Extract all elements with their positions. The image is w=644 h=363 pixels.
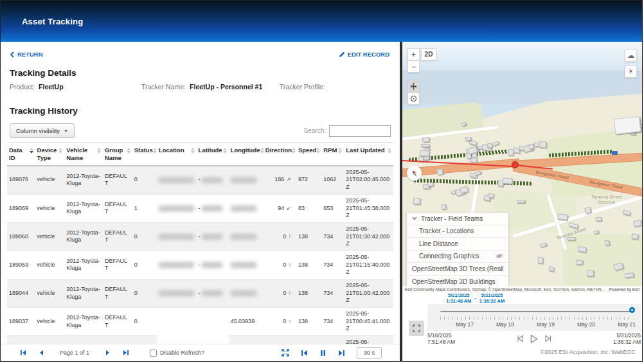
sort-icon	[292, 148, 296, 154]
sort-icon	[338, 148, 342, 154]
tracking-details-fields: Product: FleetUp Tracker Name: FleetUp -…	[1, 80, 400, 100]
map-building	[604, 240, 609, 246]
playback-pause-button[interactable]	[319, 350, 326, 357]
sort-icon	[97, 148, 101, 162]
column-header-location[interactable]: Location	[157, 143, 197, 166]
chevron-left-icon	[10, 51, 15, 58]
layer-item-tracker-locations[interactable]: Tracker - Locations	[407, 226, 508, 238]
column-header-speed[interactable]: Speed	[296, 143, 321, 166]
time-slider: May 17May 18May 19May 20May 21 5/16/2025…	[402, 304, 642, 343]
column-header-latitude[interactable]: Latitude	[197, 143, 229, 166]
sort-icon	[30, 148, 33, 162]
product-value: FleetUp	[39, 83, 64, 91]
disable-refresh-checkbox[interactable]	[150, 350, 157, 357]
rotate-icon	[410, 95, 417, 102]
last-page-button[interactable]	[123, 350, 129, 356]
compass-needle-icon	[408, 167, 420, 179]
tracking-history-heading: Tracking History	[1, 100, 400, 118]
map-building	[625, 272, 634, 278]
layer-item-openstreetmap-3d-trees-realistic-[interactable]: OpenStreetMap 3D Trees (Realistic)	[407, 263, 508, 276]
sort-icon	[58, 148, 62, 162]
timeline-track[interactable]	[440, 311, 631, 312]
daylight-button[interactable]: ☀	[625, 66, 637, 78]
timeline-date-label: May 21	[618, 321, 636, 328]
zoom-out-button[interactable]: −	[407, 60, 420, 73]
copyright-bar: ©2025 ESi Acquisition, Inc. WebEOC	[402, 343, 642, 361]
reserve-label: Taranna Street Reserve	[590, 195, 623, 205]
column-header-vehicle-name[interactable]: Vehicle Name	[64, 143, 103, 166]
table-row[interactable]: 189037vehicle2012-Toyota-KlugaDEFAULT045…	[7, 308, 393, 336]
sort-icon	[191, 148, 195, 154]
redacted-longitude	[231, 262, 256, 268]
playback-start-button[interactable]	[301, 350, 308, 357]
layer-item-line-distance[interactable]: Line Distance	[407, 238, 508, 251]
rotate-tool-button[interactable]	[407, 93, 420, 105]
map-building	[558, 213, 568, 220]
map-building	[584, 207, 591, 214]
search-input[interactable]	[329, 125, 391, 137]
timeline-end-time: 5/21/20251:36:32 AM	[613, 332, 641, 345]
redacted-location	[159, 290, 194, 296]
map-building	[436, 168, 443, 175]
table-row[interactable]: 189044vehicle2012-Toyota-KlugaDEFAULT0- …	[7, 279, 393, 308]
first-page-button[interactable]	[20, 350, 26, 356]
weather-button[interactable]: ☁	[625, 49, 637, 62]
step-forward-button[interactable]	[544, 335, 551, 342]
page-indicator: Page 1 of 1	[60, 350, 89, 356]
column-header-data-id[interactable]: Data ID	[7, 143, 35, 166]
column-header-longitude[interactable]: Longitude	[229, 143, 264, 166]
next-page-button[interactable]	[105, 350, 111, 356]
play-button[interactable]	[530, 334, 539, 344]
asset-tracking-window: Asset Tracking RETURN EDIT RECORD Tracki…	[0, 0, 643, 362]
sort-icon	[153, 148, 157, 154]
tracker-profile-label: Tracker Profile:	[280, 83, 325, 91]
column-header-rpm[interactable]: RPM	[321, 143, 344, 166]
column-header-group-name[interactable]: Group Name	[103, 143, 132, 166]
redacted-longitude	[231, 290, 256, 296]
column-header-direction[interactable]: Direction	[264, 143, 296, 166]
tracker-location-marker[interactable]	[512, 161, 519, 168]
column-header-device-type[interactable]: Device Type	[35, 143, 65, 166]
expand-icon	[413, 324, 420, 332]
layer-item-connecting-graphics[interactable]: Connecting Graphics	[407, 251, 508, 263]
playback-end-button[interactable]	[338, 350, 345, 357]
refresh-interval-box[interactable]: 30 s	[357, 347, 382, 359]
caret-down-icon: ▼	[64, 128, 68, 133]
table-row[interactable]: 189060vehicle2012-Toyota-KlugaDEFAULT0- …	[7, 222, 393, 251]
table-row[interactable]: 189069vehicle2012-Toyota-KlugaDEFAULT1- …	[7, 194, 393, 222]
timeline-handle[interactable]	[629, 307, 635, 313]
direction-arrow-icon: ↑	[288, 318, 291, 324]
timeline-date-label: May 19	[537, 321, 555, 328]
table-row[interactable]: 189053vehicle2012-Toyota-KlugaDEFAULT0- …	[7, 251, 393, 279]
map-3d-scene[interactable]: Bungower Road Bungower Road Taranna Stre…	[402, 42, 642, 293]
map-attribution: Esri Community Maps Contributors, Vicmap…	[402, 286, 642, 293]
pan-icon	[410, 83, 417, 90]
compass-button[interactable]	[407, 166, 422, 181]
return-button[interactable]: RETURN	[10, 51, 43, 58]
visibility-off-icon	[496, 253, 503, 259]
redacted-latitude	[202, 290, 222, 296]
layer-group-tracker-field-teams[interactable]: Tracker - Field Teams	[407, 213, 508, 226]
fit-extent-icon[interactable]	[282, 349, 289, 357]
expand-timeline-button[interactable]	[409, 321, 424, 336]
column-header-last-updated[interactable]: Last Updated	[344, 143, 393, 166]
redacted-longitude	[231, 234, 256, 240]
pan-tool-button[interactable]	[407, 80, 420, 93]
table-pagination-bar: Page 1 of 1 Disable Refresh? 30 s	[1, 344, 400, 361]
column-visibility-button[interactable]: Column visibility ▼	[10, 123, 75, 138]
map-building	[413, 198, 421, 205]
timeline-date-label: May 18	[496, 321, 514, 328]
timeline-start-time: 5/16/20257:51:48 AM	[427, 332, 455, 345]
map-building	[539, 141, 547, 148]
step-back-button[interactable]	[517, 335, 524, 342]
direction-arrow-icon: ↑	[288, 261, 291, 268]
column-header-status[interactable]: Status	[132, 143, 157, 166]
toggle-2d-button[interactable]: 2D	[421, 48, 436, 60]
redacted-location	[159, 177, 194, 183]
zoom-in-button[interactable]: +	[407, 48, 420, 60]
map-sky	[402, 42, 642, 71]
edit-record-button[interactable]: EDIT RECORD	[339, 51, 389, 58]
table-row[interactable]: 189076vehicle2012-Toyota-KlugaDEFAULT0- …	[7, 166, 393, 195]
map-building	[528, 144, 533, 150]
previous-page-button[interactable]	[38, 350, 44, 356]
